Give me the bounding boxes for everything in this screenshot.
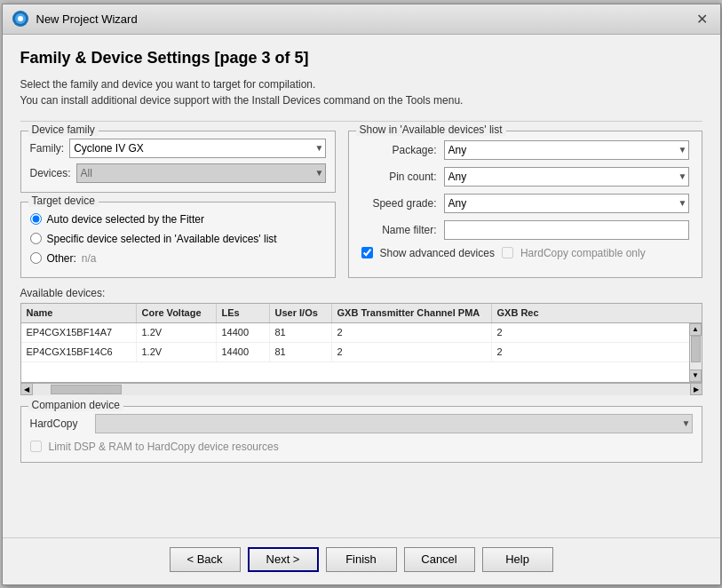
col-gxbrec-header: GXB Rec [492,304,545,322]
speed-grade-select[interactable]: Any [444,194,689,213]
row2-les: 14400 [217,343,270,362]
table-container: Name Core Voltage LEs User I/Os GXB Tran… [20,303,702,383]
title-bar-text: New Project Wizard [36,12,138,26]
show-available-group: Show in 'Available devices' list Package… [348,131,702,278]
hardcopy-row: HardCopy ▼ [30,414,693,433]
radio-specific-text: Specific device selected in 'Available d… [47,233,277,245]
cancel-button[interactable]: Cancel [404,547,475,572]
name-filter-label: Name filter: [361,224,437,236]
h-scroll-track[interactable] [33,384,690,395]
col-gxb-header: GXB Transmitter Channel PMA [332,304,492,322]
back-button[interactable]: < Back [170,547,241,572]
devices-select[interactable]: All [76,163,326,183]
show-available-title: Show in 'Available devices' list [356,123,506,136]
radio-other-text: Other: [47,252,76,265]
title-bar-left: New Project Wizard [12,10,138,28]
speed-grade-label: Speed grade: [361,197,437,210]
col-name-header: Name [21,304,137,322]
package-select-wrapper: Any ▼ [444,140,689,160]
show-advanced-checkbox[interactable] [361,247,373,258]
row1-voltage: 1.2V [137,323,217,342]
hardcopy-checkbox[interactable] [502,247,513,258]
table-header: Name Core Voltage LEs User I/Os GXB Tran… [21,304,702,323]
description: Select the family and device you want to… [20,76,702,108]
col-userio-header: User I/Os [270,304,332,322]
radio-other-label[interactable]: Other: n/a [30,252,326,265]
family-select[interactable]: Cyclone IV GX [69,139,325,158]
available-label: Available devices: [20,287,702,299]
pin-count-label: Pin count: [361,171,437,183]
scroll-right-arrow[interactable]: ▶ [690,383,702,395]
companion-device-group: Companion device HardCopy ▼ Limit DSP & … [20,406,702,463]
device-family-group: Device family Family: Cyclone IV GX ▼ De… [20,131,336,193]
companion-select[interactable] [95,414,693,433]
target-device-group: Target device Auto device selected by th… [20,202,336,278]
table-wrapper: Name Core Voltage LEs User I/Os GXB Tran… [20,303,702,395]
right-panel: Show in 'Available devices' list Package… [348,131,702,278]
app-icon [12,10,29,28]
help-button[interactable]: Help [482,547,553,572]
row2-name: EP4CGX15BF14C6 [21,343,137,362]
content-row: Device family Family: Cyclone IV GX ▼ De… [20,131,702,278]
scroll-left-arrow[interactable]: ◀ [20,383,33,395]
page-title: Family & Device Settings [page 3 of 5] [20,49,702,68]
col-voltage-header: Core Voltage [137,304,217,322]
scroll-thumb[interactable] [691,336,701,362]
col-les-header: LEs [217,304,270,322]
companion-select-wrapper: ▼ [95,414,693,433]
devices-select-wrapper: All ▼ [76,163,326,183]
close-button[interactable]: ✕ [694,10,711,28]
scroll-down-arrow[interactable]: ▼ [689,369,702,382]
row1-gxb: 2 [332,323,492,342]
family-row: Family: Cyclone IV GX ▼ [30,139,326,158]
finish-button[interactable]: Finish [326,547,397,572]
devices-label: Devices: [30,167,71,179]
row2-voltage: 1.2V [137,343,217,362]
table-body: EP4CGX15BF14A7 1.2V 14400 81 2 2 EP4CGX1… [21,323,702,382]
companion-device-title: Companion device [28,399,123,411]
radio-auto-input[interactable] [30,213,42,225]
hardcopy-label: HardCopy compatible only [520,247,646,259]
available-devices-section: Available devices: Name Core Voltage LEs… [20,287,702,395]
name-filter-input[interactable] [444,220,689,240]
horizontal-scrollbar[interactable]: ◀ ▶ [20,383,702,395]
package-label: Package: [361,144,437,156]
hardcopy-label: HardCopy [30,417,88,430]
package-select[interactable]: Any [444,140,689,160]
scroll-track[interactable] [690,336,702,369]
row1-les: 14400 [217,323,270,342]
dialog-body: Family & Device Settings [page 3 of 5] S… [3,35,720,537]
pin-count-row: Pin count: Any ▼ [361,167,689,187]
left-panel: Device family Family: Cyclone IV GX ▼ De… [20,131,336,278]
table-row[interactable]: EP4CGX15BF14A7 1.2V 14400 81 2 2 [21,323,702,343]
radio-group: Auto device selected by the Fitter Speci… [30,210,326,268]
devices-row: Devices: All ▼ [30,163,326,183]
radio-auto-text: Auto device selected by the Fitter [47,213,204,226]
device-family-title: Device family [28,123,99,136]
table-row[interactable]: EP4CGX15BF14C6 1.2V 14400 81 2 2 [21,343,702,362]
row2-gxb: 2 [332,343,492,362]
scroll-up-arrow[interactable]: ▲ [689,323,702,336]
limit-label: Limit DSP & RAM to HardCopy device resou… [49,441,279,453]
radio-specific-label[interactable]: Specific device selected in 'Available d… [30,233,326,245]
new-project-wizard-dialog: New Project Wizard ✕ Family & Device Set… [2,4,721,585]
row2-gxbrec: 2 [492,343,545,362]
h-scroll-thumb[interactable] [51,385,122,394]
radio-specific-input[interactable] [30,233,42,244]
title-bar: New Project Wizard ✕ [3,4,720,35]
package-row: Package: Any ▼ [361,140,689,160]
vertical-scrollbar[interactable]: ▲ ▼ [689,323,702,382]
footer-buttons: < Back Next > Finish Cancel Help [3,537,720,584]
radio-auto-label[interactable]: Auto device selected by the Fitter [30,213,326,226]
pin-count-select[interactable]: Any [444,167,689,187]
next-button[interactable]: Next > [248,547,319,572]
family-select-wrapper: Cyclone IV GX ▼ [69,139,325,158]
radio-other-input[interactable] [30,252,42,264]
limit-checkbox[interactable] [30,441,42,452]
speed-grade-select-wrapper: Any ▼ [444,194,689,213]
radio-other-value: n/a [82,252,97,265]
row2-userio: 81 [270,343,332,362]
family-label: Family: [30,142,65,155]
name-filter-row: Name filter: [361,220,689,240]
row1-userio: 81 [270,323,332,342]
